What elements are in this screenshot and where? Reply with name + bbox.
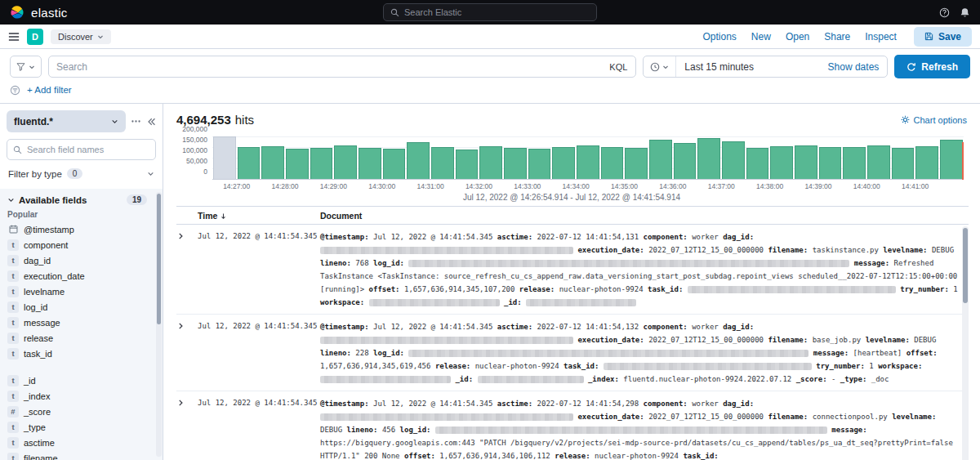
string-field-icon: t [7,286,19,297]
nav-link-options[interactable]: Options [703,31,737,42]
histogram-bar[interactable] [649,140,672,180]
expand-row-button[interactable] [176,230,198,309]
x-axis-label: 14:27:00 [223,182,250,190]
histogram-bar[interactable] [915,146,938,180]
nav-link-share[interactable]: Share [824,31,850,42]
available-fields-label: Available fields [19,195,87,205]
save-button[interactable]: Save [914,27,972,47]
histogram-plot[interactable]: 200,000150,000100,00050,0000 [212,134,964,180]
expand-row-button[interactable] [176,320,198,386]
elastic-logo-icon[interactable] [10,5,24,20]
filter-by-type-button[interactable]: Filter by type 0 [7,167,156,185]
histogram-bar[interactable] [697,138,720,180]
available-fields-header[interactable]: Available fields 19 [7,194,155,205]
field-search-input[interactable] [27,145,149,154]
saved-query-menu-button[interactable] [10,56,42,78]
histogram-bar[interactable] [310,148,333,180]
histogram-bar[interactable] [746,148,769,180]
doc-field-key: _id: [455,375,473,383]
breadcrumb-discover[interactable]: Discover [51,29,111,44]
doc-field-key: _index: [588,375,619,383]
index-pattern-options-icon[interactable] [131,116,141,127]
histogram-bar[interactable] [843,147,866,180]
nav-link-inspect[interactable]: Inspect [865,31,897,42]
chart-options-button[interactable]: Chart options [901,115,967,125]
global-search-input[interactable] [404,7,590,17]
field-item-component[interactable]: tcomponent [7,237,155,252]
doc-field-value: 2022-07-12 14:41:54,132 [537,323,639,331]
fields-sidebar: fluentd.* Filter by type 0 [0,104,163,460]
histogram-bar[interactable] [456,150,479,180]
field-item-filename[interactable]: tfilename [7,450,155,460]
doc-field-value: DEBUG [320,426,342,434]
field-item-_index[interactable]: t_index [7,388,155,404]
histogram-bar[interactable] [238,147,261,180]
string-field-icon: t [7,255,19,266]
histogram-bar[interactable] [407,142,430,180]
quick-select-button[interactable] [644,56,676,77]
histogram-bar[interactable] [528,149,551,180]
doc-field-key: filename: [768,413,808,421]
histogram-bar[interactable] [940,140,963,180]
histogram-bar[interactable] [819,147,842,180]
string-field-icon: t [7,422,19,433]
collapse-sidebar-icon[interactable] [146,117,156,127]
string-field-icon: t [7,317,19,328]
histogram-bar[interactable] [577,145,599,180]
field-item-_score[interactable]: #_score [7,404,155,419]
field-search[interactable] [7,139,156,160]
redacted-value [320,247,573,254]
histogram-bar[interactable] [286,149,309,180]
field-item-@timestamp[interactable]: @timestamp [7,221,155,237]
histogram-bar[interactable] [261,146,284,180]
histogram-bar[interactable] [674,143,697,180]
field-item-task_id[interactable]: ttask_id [7,346,155,361]
field-item-release[interactable]: trelease [7,330,155,346]
field-item-asctime[interactable]: tasctime [7,435,155,450]
histogram-bar[interactable] [552,147,575,180]
table-scrollbar[interactable] [962,226,969,460]
histogram-bar[interactable] [359,148,381,180]
space-avatar[interactable]: D [27,29,43,45]
notifications-icon[interactable] [960,7,970,18]
histogram-bar[interactable] [770,146,793,180]
global-search[interactable] [383,3,597,21]
histogram-bar[interactable] [892,148,915,180]
column-header-time[interactable]: Time [198,211,320,221]
query-input-wrap[interactable]: KQL [48,56,636,78]
index-pattern-switcher[interactable]: fluentd.* [7,110,126,132]
add-filter-button[interactable]: + Add filter [27,85,72,95]
show-dates-button[interactable]: Show dates [820,61,888,73]
histogram-bar[interactable] [479,146,502,180]
histogram-bar[interactable] [383,149,406,180]
save-icon [924,32,933,41]
nav-link-open[interactable]: Open [786,31,809,42]
histogram-bar[interactable] [625,148,648,180]
histogram-bar[interactable] [213,136,236,180]
field-item-dag_id[interactable]: tdag_id [7,252,155,268]
histogram-bar[interactable] [504,148,527,180]
help-icon[interactable] [939,7,950,18]
histogram-bar[interactable] [431,147,454,180]
histogram-bar[interactable] [867,145,890,180]
field-item-levelname[interactable]: tlevelname [7,284,155,299]
field-item-execution_date[interactable]: texecution_date [7,268,155,284]
filter-options-icon[interactable] [10,85,20,96]
expand-row-button[interactable] [176,397,198,460]
field-item-_type[interactable]: t_type [7,419,155,435]
field-item-_id[interactable]: t_id [7,373,155,388]
query-language-button[interactable]: KQL [601,62,635,72]
menu-icon[interactable] [8,31,20,42]
query-input[interactable] [49,61,601,73]
histogram-bar[interactable] [722,141,745,180]
nav-link-new[interactable]: New [751,31,771,42]
sidebar-scrollbar[interactable] [156,192,162,457]
save-label: Save [938,31,961,42]
histogram-bar[interactable] [334,145,357,180]
field-item-message[interactable]: tmessage [7,315,155,330]
time-range-value[interactable]: Last 15 minutes [676,61,819,73]
refresh-button[interactable]: Refresh [894,55,970,78]
field-item-log_id[interactable]: tlog_id [7,299,155,315]
histogram-bar[interactable] [795,145,817,180]
histogram-bar[interactable] [601,147,624,180]
